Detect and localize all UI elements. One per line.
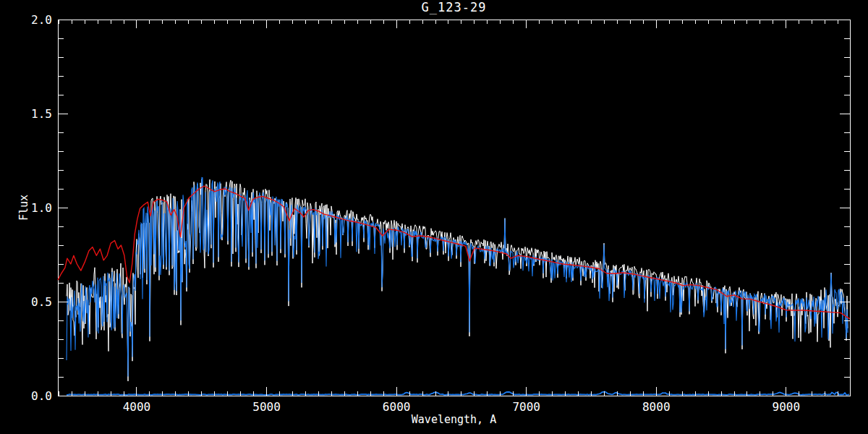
plot-background — [0, 0, 868, 434]
x-axis-label: Wavelength, A — [412, 413, 496, 426]
x-tick-label: 6000 — [383, 400, 411, 414]
x-tick-label: 7000 — [512, 400, 540, 414]
x-tick-label: 8000 — [642, 400, 671, 414]
y-tick-label: 0.0 — [31, 389, 52, 403]
spectrum-chart: 4000500060007000800090000.00.51.01.52.0 … — [0, 0, 868, 434]
x-tick-label: 4000 — [123, 400, 151, 414]
y-tick-label: 1.5 — [31, 107, 52, 121]
y-tick-label: 2.0 — [31, 13, 52, 27]
y-tick-label: 1.0 — [31, 201, 52, 215]
y-tick-label: 0.5 — [31, 295, 52, 309]
chart-title: G_123-29 — [422, 0, 487, 14]
y-axis-label: Flux — [17, 195, 30, 221]
x-tick-label: 9000 — [773, 400, 801, 414]
x-tick-label: 5000 — [252, 400, 281, 414]
